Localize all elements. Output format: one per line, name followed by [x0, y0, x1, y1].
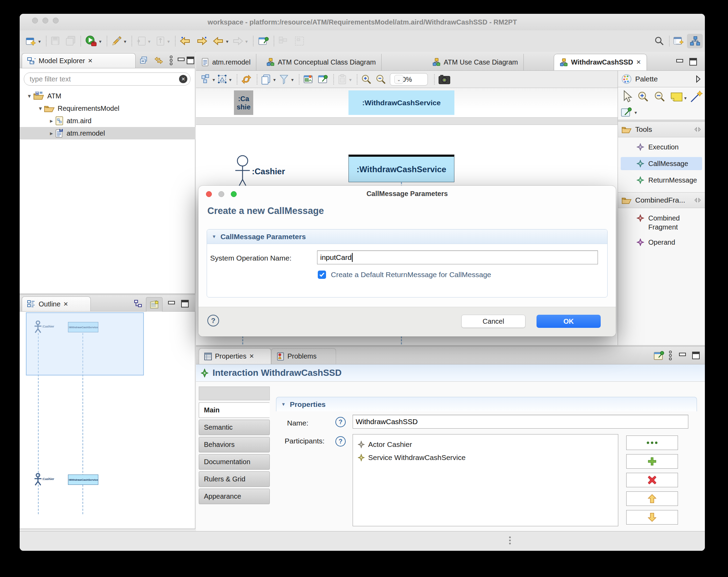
zoom-out-icon[interactable]	[375, 74, 386, 85]
tab-properties[interactable]: Properties ✕	[199, 348, 271, 364]
delete-participant-button[interactable]	[626, 473, 678, 487]
clear-filter-icon[interactable]: ✕	[179, 75, 187, 83]
note-tool-icon[interactable]	[670, 92, 683, 102]
close-icon[interactable]: ✕	[249, 353, 254, 360]
sash-grip-icon[interactable]	[508, 536, 512, 546]
tab-withdrawcashssd[interactable]: WithdrawCashSSD ✕	[554, 54, 647, 70]
close-icon[interactable]: ✕	[63, 301, 68, 308]
palette-group-tools[interactable]: Tools	[618, 121, 705, 137]
palette-item-operand[interactable]: Operand	[621, 236, 702, 249]
ok-button[interactable]: OK	[537, 315, 601, 328]
palette-item-execution[interactable]: Execution	[621, 140, 702, 154]
tree-item-requirementsmodel[interactable]: ▾ RequirementsModel	[20, 102, 195, 115]
chevron-down-icon[interactable]: ▾	[26, 92, 33, 100]
align-icon[interactable]	[217, 74, 228, 85]
snapshot-camera-icon[interactable]	[438, 74, 451, 85]
outline-overview-mode-icon[interactable]	[146, 297, 163, 312]
list-item[interactable]: Actor Cashier	[353, 438, 618, 451]
maximize-view-icon[interactable]	[691, 351, 700, 360]
service-box[interactable]: :WithdrawCashService	[348, 155, 454, 182]
side-tab-documentation[interactable]: Documentation	[199, 454, 270, 470]
pin-icon[interactable]	[694, 126, 701, 133]
filter-dropdown[interactable]: ▾	[291, 77, 294, 82]
help-icon[interactable]: ?	[335, 436, 346, 447]
note-dropdown[interactable]: ▾	[684, 96, 687, 100]
minimize-view-icon[interactable]	[678, 352, 687, 359]
pen-tool-icon[interactable]	[111, 35, 122, 47]
layers-icon[interactable]	[261, 74, 271, 85]
new-wizard-dropdown[interactable]: ▾	[38, 39, 41, 44]
note-attachment-dropdown[interactable]: ▾	[634, 110, 637, 115]
side-tab-behaviors[interactable]: Behaviors	[199, 437, 270, 452]
tab-atm-conceptual-class-diagram[interactable]: ATM Conceptual Class Diagram	[261, 54, 382, 70]
link-with-editor-icon[interactable]	[258, 36, 269, 47]
palette-item-returnmessage[interactable]: ReturnMessage	[621, 174, 702, 187]
chevron-right-icon[interactable]: ▸	[48, 117, 55, 125]
operation-name-field[interactable]: inputCard	[317, 251, 598, 264]
side-tab-main[interactable]: Main	[199, 402, 270, 418]
link-with-editor-view-icon[interactable]	[154, 56, 164, 65]
help-icon[interactable]: ?	[207, 315, 219, 326]
tab-atm-use-case-diagram[interactable]: ATM Use Case Diagram	[427, 54, 524, 70]
maximize-editor-icon[interactable]	[689, 57, 698, 66]
chevron-down-icon[interactable]: ▾	[37, 105, 44, 112]
dialog-group-header[interactable]: ▼ CallMessage Parameters	[207, 229, 607, 244]
back-dropdown[interactable]: ▾	[226, 39, 228, 44]
palette-group-combinedfragment[interactable]: CombinedFra...	[618, 192, 705, 208]
collapse-all-icon[interactable]	[139, 56, 149, 65]
palette-item-callmessage[interactable]: CallMessage	[621, 157, 702, 170]
participants-list[interactable]: Actor Cashier Service WithdrawCashServic…	[353, 434, 618, 526]
help-icon[interactable]: ?	[335, 417, 346, 427]
palette-zoom-in-icon[interactable]	[637, 91, 649, 102]
search-icon[interactable]	[654, 36, 665, 47]
tab-model-explorer[interactable]: Model Explorer ✕	[22, 53, 136, 68]
run-validation-icon[interactable]	[85, 35, 97, 47]
palette-header[interactable]: Palette	[618, 71, 705, 87]
selection-tool-icon[interactable]	[621, 90, 632, 103]
move-down-button[interactable]	[626, 510, 678, 525]
checkbox-label[interactable]: Create a Default ReturnMessage for CallM…	[331, 271, 491, 279]
pen-dropdown[interactable]: ▾	[124, 39, 126, 44]
maximize-view-icon[interactable]	[186, 56, 195, 65]
minimize-editor-icon[interactable]	[676, 58, 685, 66]
side-tab-appearance[interactable]: Appearance	[199, 489, 270, 504]
participants-more-button[interactable]	[626, 436, 678, 450]
lifeline-header-service[interactable]: :WithdrawCashService	[348, 90, 454, 115]
new-wizard-icon[interactable]	[25, 36, 36, 47]
layers-dropdown[interactable]: ▾	[273, 77, 276, 82]
cancel-button[interactable]: Cancel	[461, 315, 525, 328]
zoom-level-select[interactable]: 100% ⌄	[390, 73, 428, 86]
minimize-view-icon[interactable]	[167, 300, 176, 307]
refresh-icon[interactable]	[241, 74, 252, 85]
run-dropdown[interactable]: ▾	[99, 39, 101, 44]
palette-item-combined-fragment[interactable]: Combined Fragment	[621, 212, 702, 234]
tab-problems[interactable]: Problems	[271, 348, 336, 364]
name-input[interactable]	[353, 415, 688, 429]
back-icon[interactable]	[212, 36, 225, 47]
export-diagram-icon[interactable]	[317, 74, 328, 85]
tree-item-atm[interactable]: ▾ M ATM	[20, 90, 195, 102]
tree-item-atm-aird[interactable]: ▸ atm.aird	[20, 115, 195, 127]
tree-item-atm-remodel[interactable]: ▸ atm.remodel	[20, 127, 195, 139]
lifeline-header-cashier[interactable]: :Ca shie	[234, 90, 253, 115]
list-item[interactable]: Service WithdrawCashService	[353, 451, 618, 464]
collapse-palette-icon[interactable]	[695, 75, 701, 83]
properties-section-header[interactable]: ▼ Properties	[276, 397, 697, 411]
default-returnmessage-checkbox[interactable]	[318, 271, 326, 279]
view-menu-icon[interactable]	[169, 55, 174, 66]
save-icon[interactable]	[50, 36, 60, 46]
align-dropdown[interactable]: ▾	[229, 77, 232, 82]
move-up-button[interactable]	[626, 491, 678, 506]
open-perspective-icon[interactable]	[672, 36, 684, 47]
cashier-label[interactable]: :Cashier	[252, 167, 285, 176]
tab-atm-remodel[interactable]: atm.remodel	[196, 54, 256, 70]
arrange-all-icon[interactable]	[201, 74, 211, 85]
pin-properties-icon[interactable]	[653, 350, 665, 361]
line-tool-icon[interactable]	[689, 90, 703, 104]
minimize-view-icon[interactable]	[177, 57, 186, 64]
outline-viewport[interactable]	[26, 312, 144, 375]
export-image-icon[interactable]	[303, 74, 314, 85]
close-icon[interactable]: ✕	[636, 59, 641, 66]
arrange-dropdown[interactable]: ▾	[213, 77, 215, 82]
chevron-right-icon[interactable]: ▸	[48, 130, 55, 137]
